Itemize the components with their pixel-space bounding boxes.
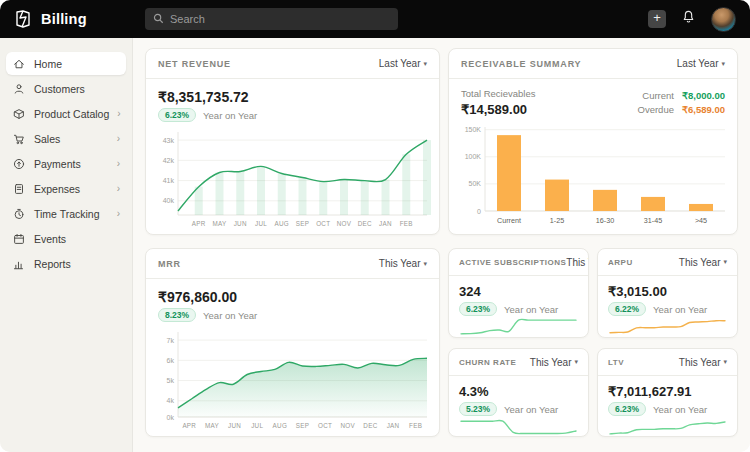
mrr-card: MRR This Year ▾ ₹976,860.00 8.23% Year o… [145, 248, 440, 437]
sidebar-item-customers[interactable]: Customers [6, 77, 126, 100]
svg-text:Current: Current [497, 216, 521, 225]
sales-icon [12, 132, 26, 146]
user-avatar[interactable] [711, 7, 736, 32]
svg-text:SEP: SEP [296, 422, 310, 429]
svg-text:150K: 150K [465, 126, 482, 133]
search-input[interactable] [170, 13, 390, 25]
current-receivables-value: ₹8,000.00 [682, 90, 725, 101]
svg-text:MAY: MAY [212, 220, 227, 227]
svg-text:DEC: DEC [363, 422, 377, 429]
ltv-period-select[interactable]: This Year ▾ [679, 357, 727, 368]
chevron-right-icon: › [117, 109, 120, 119]
notifications-bell-icon[interactable] [681, 9, 696, 29]
arpu-sparkline [598, 316, 737, 338]
churn-rate-yoy: 5.23% Year on Year [449, 402, 588, 416]
svg-text:6k: 6k [167, 357, 175, 364]
events-icon [12, 232, 26, 246]
arpu-yoy: 6.22% Year on Year [598, 302, 737, 316]
chevron-down-icon: ▾ [423, 60, 427, 68]
ltv-value: ₹7,011,627.91 [598, 376, 737, 402]
ltv-sparkline [598, 416, 737, 437]
chevron-down-icon: ▾ [723, 358, 727, 366]
chevron-right-icon: › [117, 159, 120, 169]
svg-text:FEB: FEB [400, 220, 413, 227]
chevron-down-icon: ▾ [721, 60, 725, 68]
mrr-yoy: 8.23% Year on Year [146, 308, 439, 322]
svg-text:NOV: NOV [340, 422, 355, 429]
svg-text:JUN: JUN [228, 422, 241, 429]
chevron-down-icon: ▾ [723, 258, 727, 266]
svg-text:31-45: 31-45 [644, 216, 662, 225]
sidebar-item-label: Product Catalog [34, 108, 109, 120]
home-icon [12, 57, 26, 71]
mrr-period-select[interactable]: This Year ▾ [379, 258, 427, 269]
svg-text:APR: APR [182, 422, 196, 429]
net-revenue-period-select[interactable]: Last Year ▾ [379, 58, 427, 69]
app-logo: Billing [0, 9, 133, 29]
arpu-period-select[interactable]: This Year ▾ [679, 257, 727, 268]
svg-text:DEC: DEC [358, 220, 372, 227]
sidebar-item-payments[interactable]: Payments› [6, 152, 126, 175]
sidebar-item-label: Payments [34, 158, 81, 170]
svg-text:OCT: OCT [316, 220, 330, 227]
sidebar-item-home[interactable]: Home [6, 52, 126, 75]
churn-rate-badge: 5.23% [459, 402, 497, 416]
mrr-title: MRR [158, 259, 181, 269]
svg-text:NOV: NOV [337, 220, 352, 227]
mrr-header: MRR This Year ▾ [146, 249, 439, 279]
sidebar-item-reports[interactable]: Reports [6, 252, 126, 275]
svg-text:0k: 0k [167, 414, 175, 421]
chevron-right-icon: › [117, 209, 120, 219]
billing-dashboard: Billing + HomeCustomersProduct Catalog›S… [0, 0, 750, 452]
churn-rate-period-select[interactable]: This Year ▾ [530, 357, 578, 368]
arpu-badge: 6.22% [608, 302, 646, 316]
active-subscriptions-period-select[interactable]: This Year ▾ [566, 257, 589, 268]
svg-text:4k: 4k [167, 397, 175, 404]
add-new-button[interactable]: + [648, 10, 666, 28]
sidebar-item-events[interactable]: Events [6, 227, 126, 250]
receivable-summary-header: RECEIVABLE SUMMARY Last Year ▾ [449, 49, 737, 79]
active-subscriptions-card: ACTIVE SUBSCRIPTIONS This Year ▾ 324 6.2… [448, 248, 589, 338]
active-subscriptions-title: ACTIVE SUBSCRIPTIONS [459, 258, 566, 267]
reports-icon [12, 257, 26, 271]
total-receivables-label: Total Recievables [461, 88, 535, 102]
svg-text:AUG: AUG [274, 220, 289, 227]
sidebar-item-expenses[interactable]: Expenses› [6, 177, 126, 200]
svg-text:1-25: 1-25 [550, 216, 564, 225]
net-revenue-header: NET REVENUE Last Year ▾ [146, 49, 439, 79]
svg-text:SEP: SEP [296, 220, 310, 227]
receivables-info: Total Recievables ₹14,589.00 Current ₹8,… [449, 79, 737, 117]
svg-text:100K: 100K [465, 153, 482, 160]
arpu-card: ARPU This Year ▾ ₹3,015.00 6.22% Year on… [597, 248, 738, 338]
chevron-right-icon: › [117, 184, 120, 194]
sidebar-item-time-tracking[interactable]: Time Tracking› [6, 202, 126, 225]
ltv-title: LTV [608, 358, 624, 367]
main-content: NET REVENUE Last Year ▾ ₹8,351,735.72 6.… [133, 38, 750, 452]
chevron-down-icon: ▾ [574, 358, 578, 366]
svg-text:5k: 5k [167, 377, 175, 384]
net-revenue-title: NET REVENUE [158, 59, 231, 69]
search-bar[interactable] [145, 8, 398, 30]
net-revenue-value: ₹8,351,735.72 [146, 79, 439, 108]
chevron-down-icon: ▾ [423, 260, 427, 268]
sidebar-item-label: Home [34, 58, 62, 70]
receivable-summary-period-select[interactable]: Last Year ▾ [677, 58, 725, 69]
svg-text:APR: APR [192, 220, 206, 227]
sidebar-item-sales[interactable]: Sales› [6, 127, 126, 150]
active-subscriptions-header: ACTIVE SUBSCRIPTIONS This Year ▾ [449, 249, 588, 276]
product-catalog-icon [12, 107, 26, 121]
active-subscriptions-sparkline [449, 316, 588, 338]
sidebar-item-product-catalog[interactable]: Product Catalog› [6, 102, 126, 125]
svg-text:AUG: AUG [273, 422, 288, 429]
chevron-right-icon: › [117, 134, 120, 144]
current-receivables-row: Current ₹8,000.00 [638, 90, 725, 101]
ltv-yoy: 6.23% Year on Year [598, 402, 737, 416]
payments-icon [12, 157, 26, 171]
topbar-actions: + [648, 7, 750, 32]
sidebar-nav: HomeCustomersProduct Catalog›Sales›Payme… [0, 38, 133, 452]
svg-text:FEB: FEB [409, 422, 422, 429]
sidebar-item-label: Customers [34, 83, 85, 95]
svg-text:40k: 40k [163, 197, 175, 204]
churn-rate-card: CHURN RATE This Year ▾ 4.3% 5.23% Year o… [448, 348, 589, 437]
sidebar-item-label: Time Tracking [34, 208, 100, 220]
